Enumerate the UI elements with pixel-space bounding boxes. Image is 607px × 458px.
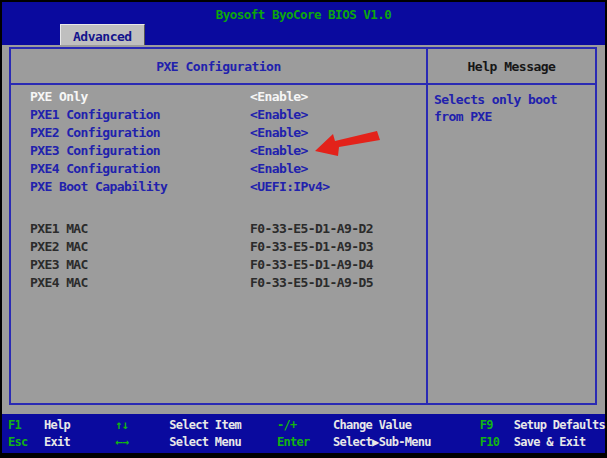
setting-value[interactable]: <Enable> bbox=[250, 160, 308, 178]
help-panel: Selects only boot from PXE bbox=[428, 85, 595, 403]
hint-select-item: ↑↓Select Item bbox=[115, 417, 277, 434]
key-hint-bar: F1Help EscExit ↑↓Select Item ←→Select Me… bbox=[2, 414, 605, 453]
work-area: PXE Configuration Help Message PXE Only … bbox=[2, 45, 605, 414]
hint-select-menu: ←→Select Menu bbox=[115, 434, 277, 451]
mac-row-pxe1: PXE1 MAC F0-33-E5-D1-A9-D2 bbox=[11, 220, 426, 238]
mac-value: F0-33-E5-D1-A9-D5 bbox=[250, 274, 373, 292]
help-text: Selects only boot from PXE bbox=[428, 85, 595, 125]
bios-screen: Byosoft ByoCore BIOS V1.0 Advanced PXE C… bbox=[0, 0, 607, 458]
mac-value: F0-33-E5-D1-A9-D3 bbox=[250, 238, 373, 256]
key-updown-arrows-icon: ↑↓ bbox=[115, 417, 169, 434]
setting-value[interactable]: <UEFI:IPv4> bbox=[250, 178, 330, 196]
setting-value[interactable]: <Enable> bbox=[250, 88, 308, 106]
mac-label: PXE4 MAC bbox=[30, 274, 88, 292]
setting-label: PXE3 Configuration bbox=[30, 142, 160, 160]
setting-value[interactable]: <Enable> bbox=[250, 142, 308, 160]
key-f1: F1 bbox=[8, 417, 44, 434]
key-minus-plus: -/+ bbox=[277, 417, 333, 434]
setting-row-pxe-only[interactable]: PXE Only <Enable> bbox=[11, 88, 426, 106]
red-arrow-annotation-icon bbox=[314, 130, 380, 157]
setting-row-pxe-boot-capability[interactable]: PXE Boot Capability <UEFI:IPv4> bbox=[11, 178, 426, 196]
panel-header: PXE Configuration Help Message bbox=[11, 49, 595, 85]
setting-value[interactable]: <Enable> bbox=[250, 124, 308, 142]
setting-label: PXE2 Configuration bbox=[30, 124, 160, 142]
mac-address-list: PXE1 MAC F0-33-E5-D1-A9-D2 PXE2 MAC F0-3… bbox=[11, 220, 426, 292]
setting-row-pxe1-configuration[interactable]: PXE1 Configuration <Enable> bbox=[11, 106, 426, 124]
setting-label: PXE4 Configuration bbox=[30, 160, 160, 178]
setting-label: PXE Boot Capability bbox=[30, 178, 167, 196]
mac-value: F0-33-E5-D1-A9-D4 bbox=[250, 256, 373, 274]
mac-row-pxe2: PXE2 MAC F0-33-E5-D1-A9-D3 bbox=[11, 238, 426, 256]
hint-exit: EscExit bbox=[8, 434, 115, 451]
key-leftright-arrows-icon: ←→ bbox=[115, 434, 169, 451]
bios-title: Byosoft ByoCore BIOS V1.0 bbox=[2, 7, 605, 22]
hint-sub-menu: EnterSelect▶Sub-Menu bbox=[277, 434, 480, 451]
setting-label: PXE Only bbox=[30, 88, 88, 106]
mac-label: PXE1 MAC bbox=[30, 220, 88, 238]
hint-save-exit: F10Save & Exit bbox=[480, 434, 605, 451]
setting-value[interactable]: <Enable> bbox=[250, 106, 308, 124]
hint-help: F1Help bbox=[8, 417, 115, 434]
mac-label: PXE3 MAC bbox=[30, 256, 88, 274]
hint-setup-defaults: F9Setup Defaults bbox=[480, 417, 605, 434]
key-enter: Enter bbox=[277, 434, 333, 451]
main-panel: PXE Configuration Help Message PXE Only … bbox=[9, 47, 597, 405]
mac-row-pxe3: PXE3 MAC F0-33-E5-D1-A9-D4 bbox=[11, 256, 426, 274]
mac-row-pxe4: PXE4 MAC F0-33-E5-D1-A9-D5 bbox=[11, 274, 426, 292]
mac-label: PXE2 MAC bbox=[30, 238, 88, 256]
help-panel-title: Help Message bbox=[428, 49, 595, 83]
tab-advanced[interactable]: Advanced bbox=[60, 24, 145, 47]
key-f9: F9 bbox=[480, 417, 514, 434]
setting-label: PXE1 Configuration bbox=[30, 106, 160, 124]
setting-row-pxe4-configuration[interactable]: PXE4 Configuration <Enable> bbox=[11, 160, 426, 178]
key-f10: F10 bbox=[480, 434, 514, 451]
mac-value: F0-33-E5-D1-A9-D2 bbox=[250, 220, 373, 238]
key-esc: Esc bbox=[8, 434, 44, 451]
hint-change-value: -/+Change Value bbox=[277, 417, 480, 434]
title-bar: Byosoft ByoCore BIOS V1.0 Advanced bbox=[2, 2, 605, 45]
section-title: PXE Configuration bbox=[11, 49, 428, 83]
